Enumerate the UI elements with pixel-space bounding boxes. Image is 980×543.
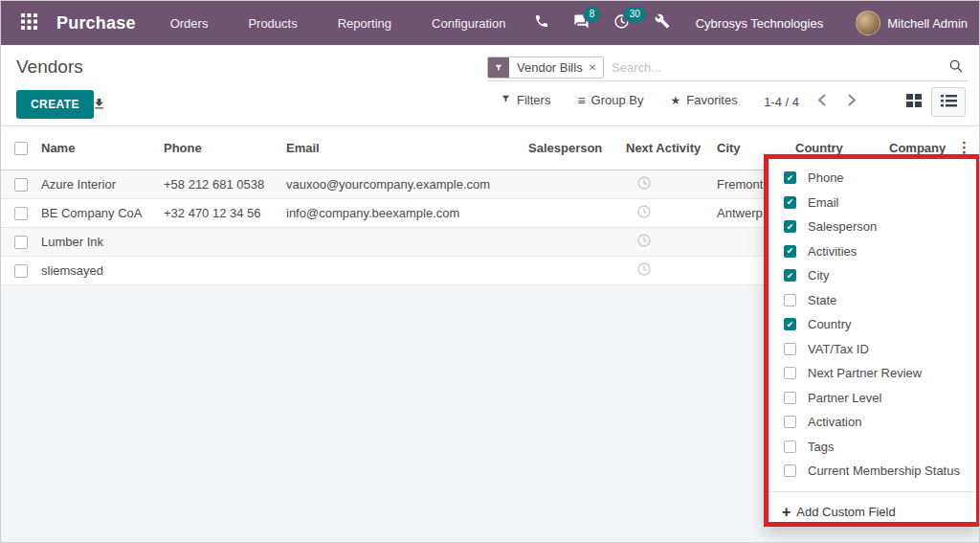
dropdown-item[interactable]: Country bbox=[768, 312, 976, 337]
top-navbar: Purchase Orders Products Reporting Confi… bbox=[1, 1, 979, 45]
search-input[interactable] bbox=[604, 60, 945, 75]
column-header-country[interactable]: Country bbox=[795, 141, 889, 155]
column-header-email[interactable]: Email bbox=[286, 141, 528, 155]
cell-phone: +32 470 12 34 56 bbox=[164, 206, 286, 220]
search-submit-button[interactable] bbox=[945, 57, 968, 79]
messages-button[interactable]: 8 bbox=[569, 11, 594, 35]
column-checkbox[interactable] bbox=[784, 464, 796, 477]
row-checkbox[interactable] bbox=[14, 178, 28, 192]
activity-clock-icon[interactable] bbox=[636, 175, 652, 193]
favorites-label: Favorites bbox=[686, 93, 737, 107]
dropdown-item-label: VAT/Tax ID bbox=[808, 342, 869, 356]
dropdown-item[interactable]: Salesperson bbox=[768, 215, 976, 239]
dropdown-item[interactable]: Partner Level bbox=[768, 386, 976, 411]
cell-email: info@company.beexample.com bbox=[286, 206, 528, 220]
column-checkbox[interactable] bbox=[784, 294, 796, 306]
pager-previous-button[interactable] bbox=[813, 93, 830, 110]
dropdown-item[interactable]: VAT/Tax ID bbox=[768, 337, 976, 362]
column-checkbox[interactable] bbox=[784, 318, 796, 330]
dropdown-item[interactable]: Email bbox=[768, 191, 976, 215]
dropdown-item-label: Partner Level bbox=[808, 391, 881, 405]
dropdown-item[interactable]: State bbox=[768, 288, 976, 313]
search-bar: Vendor Bills ✕ bbox=[487, 55, 968, 81]
activity-clock-icon[interactable] bbox=[636, 204, 652, 222]
dropdown-item[interactable]: Current Membership Status bbox=[768, 459, 976, 484]
dropdown-item-label: Phone bbox=[808, 170, 844, 185]
column-checkbox[interactable] bbox=[784, 196, 796, 209]
column-header-city[interactable]: City bbox=[717, 141, 795, 155]
app-brand[interactable]: Purchase bbox=[56, 13, 136, 34]
cell-next-activity bbox=[626, 204, 717, 222]
apps-menu-button[interactable] bbox=[14, 9, 43, 37]
dropdown-item[interactable]: Activation bbox=[768, 410, 976, 435]
cell-next-activity bbox=[626, 233, 717, 251]
column-checkbox[interactable] bbox=[784, 392, 796, 404]
dropdown-item[interactable]: Phone bbox=[768, 166, 976, 191]
menu-products[interactable]: Products bbox=[248, 16, 297, 31]
dropdown-item[interactable]: City bbox=[768, 263, 976, 288]
create-button[interactable]: CREATE bbox=[16, 90, 94, 119]
search-options: Filters ≡ Group By ★ Favorites bbox=[501, 93, 738, 107]
dropdown-divider bbox=[768, 491, 976, 492]
pager-next-button[interactable] bbox=[843, 93, 860, 110]
column-checkbox[interactable] bbox=[784, 441, 796, 453]
column-header-next-activity[interactable]: Next Activity bbox=[626, 141, 717, 155]
dropdown-item[interactable]: Tags bbox=[768, 435, 976, 460]
filters-funnel-icon bbox=[501, 93, 511, 107]
activities-button[interactable]: 30 bbox=[610, 11, 635, 35]
column-header-phone[interactable]: Phone bbox=[164, 141, 286, 155]
favorites-button[interactable]: ★ Favorites bbox=[670, 93, 737, 107]
column-checkbox[interactable] bbox=[784, 220, 796, 233]
control-panel: Vendors Vendor Bills ✕ CREATE bbox=[1, 45, 979, 126]
voip-phone-button[interactable] bbox=[529, 11, 554, 35]
row-checkbox[interactable] bbox=[14, 264, 28, 278]
activity-clock-icon[interactable] bbox=[636, 261, 652, 280]
activities-badge: 30 bbox=[623, 6, 647, 23]
dropdown-item[interactable]: Next Partner Review bbox=[768, 361, 976, 386]
wrench-tools-icon bbox=[655, 13, 670, 33]
pager: 1-4 / 4 bbox=[764, 93, 860, 110]
activity-clock-icon[interactable] bbox=[636, 233, 652, 251]
list-view-button[interactable] bbox=[931, 87, 966, 117]
column-header-company[interactable]: Company bbox=[889, 141, 968, 155]
dropdown-item-label: Activation bbox=[808, 415, 861, 429]
column-checkbox[interactable] bbox=[784, 269, 796, 282]
add-custom-field-button[interactable]: + Add Custom Field bbox=[768, 496, 976, 523]
debug-tools-button[interactable] bbox=[650, 11, 675, 35]
active-company[interactable]: Cybrosys Technologies bbox=[696, 16, 823, 31]
odoo-window: Purchase Orders Products Reporting Confi… bbox=[0, 0, 980, 543]
column-header-salesperson[interactable]: Salesperson bbox=[528, 141, 626, 155]
messages-badge: 8 bbox=[583, 6, 602, 23]
cell-name: Azure Interior bbox=[41, 177, 164, 192]
column-checkbox[interactable] bbox=[784, 245, 796, 258]
chevron-left-icon bbox=[817, 93, 826, 110]
group-by-button[interactable]: ≡ Group By bbox=[577, 93, 643, 107]
view-switcher bbox=[897, 87, 966, 117]
optional-columns-toggle[interactable]: ⋮ bbox=[957, 140, 971, 154]
kanban-view-button[interactable] bbox=[897, 87, 931, 117]
dropdown-item-label: Email bbox=[808, 195, 839, 210]
list-icon bbox=[941, 94, 957, 111]
user-menu[interactable]: Mitchell Admin bbox=[887, 16, 968, 31]
menu-configuration[interactable]: Configuration bbox=[432, 16, 505, 31]
user-avatar[interactable] bbox=[856, 11, 880, 35]
column-header-name[interactable]: Name bbox=[41, 141, 164, 155]
column-checkbox[interactable] bbox=[784, 171, 796, 184]
menu-reporting[interactable]: Reporting bbox=[338, 16, 391, 31]
select-all-checkbox[interactable] bbox=[14, 142, 28, 155]
group-by-icon: ≡ bbox=[577, 94, 585, 107]
chevron-right-icon bbox=[848, 93, 857, 110]
row-checkbox[interactable] bbox=[14, 207, 28, 220]
facet-remove-button[interactable]: ✕ bbox=[587, 57, 603, 78]
row-checkbox[interactable] bbox=[14, 236, 28, 249]
menu-orders[interactable]: Orders bbox=[170, 16, 209, 31]
column-checkbox[interactable] bbox=[784, 367, 796, 379]
column-checkbox[interactable] bbox=[784, 343, 796, 355]
filters-button[interactable]: Filters bbox=[501, 93, 550, 107]
cell-name: BE Company CoA bbox=[41, 206, 164, 220]
dropdown-item[interactable]: Activities bbox=[768, 239, 976, 264]
export-button[interactable] bbox=[89, 96, 108, 115]
funnel-icon bbox=[494, 59, 503, 77]
column-checkbox[interactable] bbox=[784, 416, 796, 428]
dropdown-item-label: State bbox=[808, 293, 836, 307]
